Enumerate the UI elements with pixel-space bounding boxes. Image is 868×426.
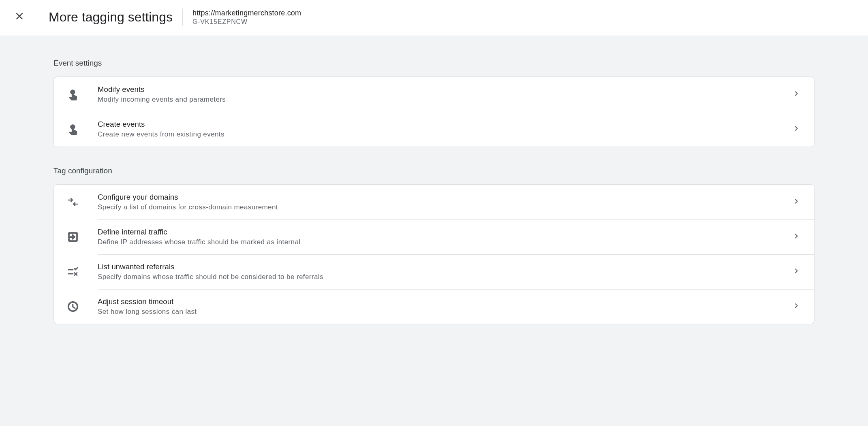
chevron-right-icon xyxy=(791,231,803,243)
row-text: List unwanted referrals Specify domains … xyxy=(98,262,791,281)
content-area: Event settings Modify events Modify inco… xyxy=(0,36,868,426)
row-title: Adjust session timeout xyxy=(98,297,791,306)
row-title: List unwanted referrals xyxy=(98,262,791,271)
row-desc: Define IP addresses whose traffic should… xyxy=(98,238,791,246)
event-settings-card: Modify events Modify incoming events and… xyxy=(53,77,815,147)
tag-config-card: Configure your domains Specify a list of… xyxy=(53,184,815,324)
page-title: More tagging settings xyxy=(49,10,173,25)
event-settings-heading: Event settings xyxy=(53,59,815,68)
modify-events-row[interactable]: Modify events Modify incoming events and… xyxy=(54,77,814,112)
clock-icon xyxy=(67,300,98,313)
merge-arrows-icon xyxy=(67,196,98,208)
internal-traffic-row[interactable]: Define internal traffic Define IP addres… xyxy=(54,219,814,254)
configure-domains-row[interactable]: Configure your domains Specify a list of… xyxy=(54,185,814,219)
create-events-row[interactable]: Create events Create new events from exi… xyxy=(54,112,814,147)
row-text: Define internal traffic Define IP addres… xyxy=(98,228,791,246)
row-text: Configure your domains Specify a list of… xyxy=(98,193,791,211)
row-title: Define internal traffic xyxy=(98,228,791,236)
stream-url: https://marketingmerchstore.com xyxy=(192,9,301,17)
chevron-right-icon xyxy=(791,196,803,208)
touch-icon xyxy=(67,123,98,135)
row-text: Create events Create new events from exi… xyxy=(98,120,791,138)
row-title: Modify events xyxy=(98,85,791,94)
row-text: Adjust session timeout Set how long sess… xyxy=(98,297,791,316)
page-header: More tagging settings https://marketingm… xyxy=(0,0,868,36)
row-desc: Specify domains whose traffic should not… xyxy=(98,273,791,281)
chevron-right-icon xyxy=(791,124,803,135)
touch-icon xyxy=(67,88,98,100)
chevron-right-icon xyxy=(791,301,803,312)
tag-config-heading: Tag configuration xyxy=(53,166,815,175)
row-desc: Create new events from existing events xyxy=(98,130,791,138)
checklist-icon xyxy=(67,266,98,278)
stream-info: https://marketingmerchstore.com G-VK15EZ… xyxy=(192,9,301,26)
header-divider xyxy=(182,9,183,26)
row-desc: Specify a list of domains for cross-doma… xyxy=(98,203,791,211)
chevron-right-icon xyxy=(791,89,803,100)
unwanted-referrals-row[interactable]: List unwanted referrals Specify domains … xyxy=(54,254,814,289)
session-timeout-row[interactable]: Adjust session timeout Set how long sess… xyxy=(54,289,814,324)
row-text: Modify events Modify incoming events and… xyxy=(98,85,791,104)
stream-tag-id: G-VK15EZPNCW xyxy=(192,18,301,26)
close-button[interactable] xyxy=(10,7,29,27)
row-desc: Set how long sessions can last xyxy=(98,308,791,316)
row-desc: Modify incoming events and parameters xyxy=(98,96,791,104)
chevron-right-icon xyxy=(791,266,803,277)
close-icon xyxy=(14,11,25,23)
row-title: Configure your domains xyxy=(98,193,791,202)
row-title: Create events xyxy=(98,120,791,129)
exit-to-app-icon xyxy=(67,231,98,243)
